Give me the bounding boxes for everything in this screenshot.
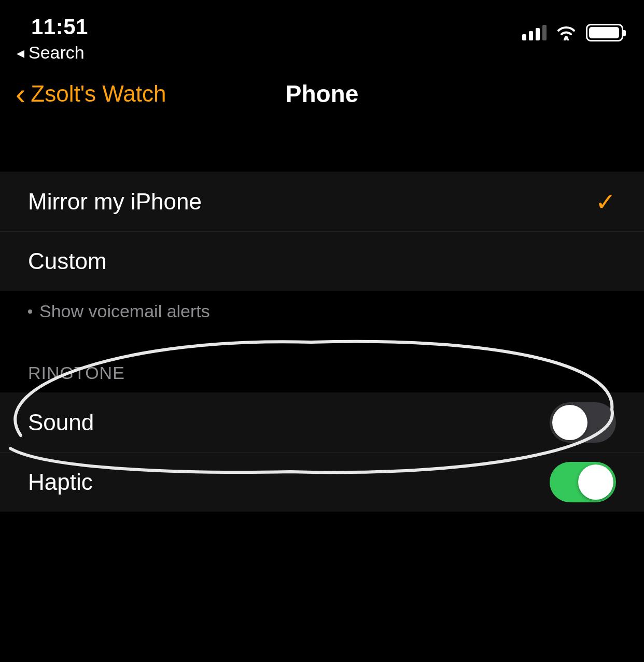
- mirror-group: Mirror my iPhone ✓ Custom: [0, 172, 644, 291]
- row-label: Haptic: [28, 469, 93, 495]
- caret-left-icon: ◂: [17, 45, 24, 61]
- bullet-icon: [28, 309, 32, 314]
- toggle-knob: [578, 464, 613, 500]
- checkmark-icon: ✓: [595, 187, 616, 216]
- section-spacer: [0, 125, 644, 172]
- footer-text: Show voicemail alerts: [39, 301, 210, 321]
- back-label: Zsolt's Watch: [31, 81, 166, 107]
- ringtone-header-wrap: RINGTONE: [0, 337, 644, 392]
- row-mirror-iphone[interactable]: Mirror my iPhone ✓: [0, 172, 644, 231]
- nav-header: ‹ Zsolt's Watch Phone: [0, 63, 644, 125]
- bottom-spacer: [0, 512, 644, 662]
- group-header-ringtone: RINGTONE: [0, 363, 644, 392]
- breadcrumb-label: Search: [29, 43, 85, 63]
- group-footer: Show voicemail alerts: [0, 291, 644, 337]
- breadcrumb-back[interactable]: ◂ Search: [17, 43, 88, 63]
- wifi-icon: [556, 25, 577, 40]
- toggle-knob: [552, 405, 587, 440]
- row-custom[interactable]: Custom: [0, 231, 644, 291]
- ringtone-group: Sound Haptic: [0, 392, 644, 512]
- sound-toggle[interactable]: [550, 402, 616, 443]
- battery-icon: [586, 24, 623, 41]
- row-label: Custom: [28, 248, 107, 274]
- svg-point-0: [565, 36, 568, 40]
- row-label: Sound: [28, 410, 94, 435]
- row-sound: Sound: [0, 392, 644, 452]
- cellular-signal-icon: [522, 25, 547, 40]
- row-haptic: Haptic: [0, 452, 644, 512]
- chevron-left-icon: ‹: [16, 79, 25, 109]
- status-time: 11:51: [31, 15, 88, 39]
- back-button[interactable]: ‹ Zsolt's Watch: [16, 79, 166, 109]
- status-left: 11:51 ◂ Search: [31, 15, 88, 63]
- status-bar: 11:51 ◂ Search: [0, 0, 644, 63]
- status-right: [522, 15, 623, 41]
- haptic-toggle[interactable]: [550, 462, 616, 502]
- row-label: Mirror my iPhone: [28, 189, 202, 215]
